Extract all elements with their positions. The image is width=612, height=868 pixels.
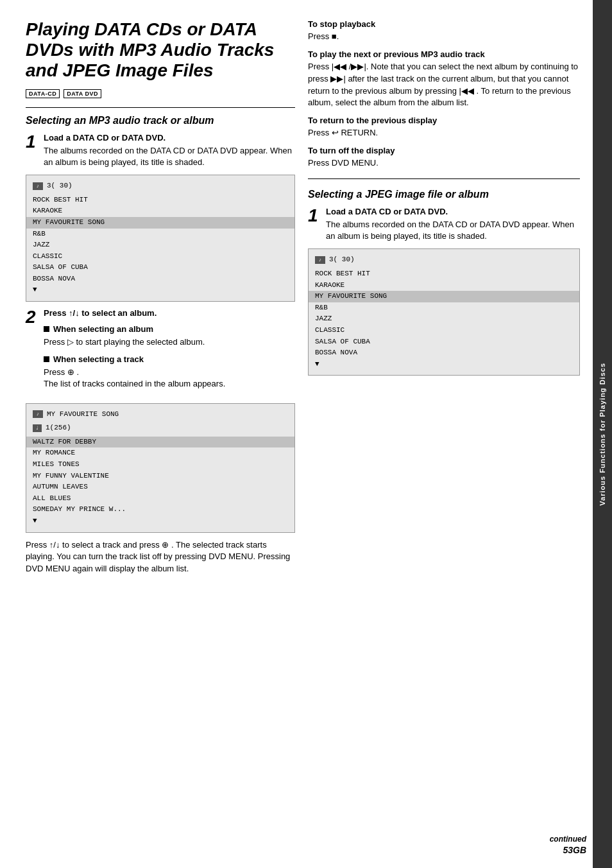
screen1-header: ♪ 3( 30) bbox=[33, 180, 288, 192]
sub-heading-track: When selecting a track bbox=[44, 354, 295, 364]
screen-right-arrow: ▼ bbox=[315, 360, 319, 368]
screen1-row4: JAZZ bbox=[33, 241, 49, 248]
continued-label: continued bbox=[550, 835, 586, 844]
step1-content: Load a DATA CD or DATA DVD. The albums r… bbox=[44, 133, 295, 168]
screen-right-row4: JAZZ bbox=[315, 315, 332, 322]
screen-right-row1: KARAOKE bbox=[315, 281, 344, 289]
screen1-arrow: ▼ bbox=[33, 286, 37, 293]
sub-heading-album-text: When selecting an album bbox=[53, 324, 153, 334]
sub-album-desc: Press ▷ to start playing the selected al… bbox=[44, 336, 295, 348]
screen1-icon: ♪ bbox=[33, 182, 43, 190]
screen-box-1: ♪ 3( 30) ROCK BEST HIT KARAOKE MY FAVOUR… bbox=[26, 175, 295, 302]
screen1-header-text: 3( 30) bbox=[47, 180, 72, 192]
step2-content: Press ↑/↓ to select an album. When selec… bbox=[44, 308, 295, 397]
screen-right-row0: ROCK BEST HIT bbox=[315, 270, 370, 277]
right-step1-desc: The albums recorded on the DATA CD or DA… bbox=[326, 219, 580, 242]
screen-right-row5: CLASSIC bbox=[315, 326, 344, 334]
page-title: Playing DATA CDs or DATA DVDs with MP3 A… bbox=[26, 19, 295, 82]
sub-track-desc1: Press ⊕ . bbox=[44, 367, 295, 378]
right-step1: 1 Load a DATA CD or DATA DVD. The albums… bbox=[308, 207, 580, 242]
page-container: Various Functions for Playing Discs Play… bbox=[0, 0, 612, 868]
step2: 2 Press ↑/↓ to select an album. When sel… bbox=[26, 308, 295, 397]
section2-heading: Selecting a JPEG image file or album bbox=[308, 188, 580, 200]
screen1-row3: R&B bbox=[33, 230, 46, 238]
screen1-row0: ROCK BEST HIT bbox=[33, 196, 88, 204]
step2-footer: Press ↑/↓ to select a track and press ⊕ … bbox=[26, 539, 295, 576]
step1-label: Load a DATA CD or DATA DVD. bbox=[44, 133, 295, 143]
screen2-row1: MY ROMANCE bbox=[33, 449, 75, 456]
turn-off-heading: To turn off the display bbox=[308, 146, 580, 155]
screen-right-row2-highlighted: MY FAVOURITE SONG bbox=[309, 291, 579, 302]
step1-number: 1 bbox=[26, 133, 37, 168]
screen-box-2: ♪ MY FAVOURITE SONG ♩ 1(256) WALTZ FOR D… bbox=[26, 403, 295, 533]
screen-right-row7: BOSSA NOVA bbox=[315, 349, 357, 356]
screen2-header: ♪ MY FAVOURITE SONG bbox=[33, 409, 288, 421]
screen1-row1: KARAOKE bbox=[33, 207, 62, 214]
next-prev-section: To play the next or previous MP3 audio t… bbox=[308, 49, 580, 109]
screen2-row3: MY FUNNY VALENTINE bbox=[33, 472, 109, 480]
screen-right-header-text: 3( 30) bbox=[329, 254, 355, 266]
divider-top bbox=[26, 107, 295, 108]
step1-desc: The albums recorded on the DATA CD or DA… bbox=[44, 145, 295, 168]
stop-playback-body: Press ■. bbox=[308, 31, 580, 43]
stop-playback-heading: To stop playback bbox=[308, 19, 580, 29]
screen2-arrow: ▼ bbox=[33, 517, 37, 525]
screen2-row5: ALL BLUES bbox=[33, 494, 71, 502]
right-divider bbox=[308, 178, 580, 179]
side-tab-text: Various Functions for Playing Discs bbox=[599, 363, 606, 506]
turn-off-section: To turn off the display Press DVD MENU. bbox=[308, 146, 580, 169]
badge-data-cd: DATA-CD bbox=[26, 89, 60, 98]
screen1-row2-highlighted: MY FAVOURITE SONG bbox=[26, 217, 294, 229]
section1-heading: Selecting an MP3 audio track or album bbox=[26, 114, 295, 126]
sub-step-track: When selecting a track Press ⊕ . The lis… bbox=[44, 354, 295, 390]
stop-playback-section: To stop playback Press ■. bbox=[308, 19, 580, 43]
sub-heading-track-text: When selecting a track bbox=[53, 354, 144, 364]
right-step1-content: Load a DATA CD or DATA DVD. The albums r… bbox=[326, 207, 580, 242]
badge-data-dvd: DATA DVD bbox=[64, 89, 101, 98]
screen-right-row6: SALSA OF CUBA bbox=[315, 338, 370, 345]
return-display-body: Press ↩ RETURN. bbox=[308, 127, 580, 139]
step1: 1 Load a DATA CD or DATA DVD. The albums… bbox=[26, 133, 295, 168]
left-column: Playing DATA CDs or DATA DVDs with MP3 A… bbox=[26, 19, 295, 855]
next-prev-heading: To play the next or previous MP3 audio t… bbox=[308, 49, 580, 59]
right-step1-number: 1 bbox=[308, 207, 319, 242]
screen2-row4: AUTUMN LEAVES bbox=[33, 483, 88, 490]
bullet-track bbox=[44, 356, 49, 362]
screen2-header2: 1(256) bbox=[46, 422, 71, 434]
screen-right-icon: ♪ bbox=[315, 256, 325, 264]
step2-label: Press ↑/↓ to select an album. bbox=[44, 308, 295, 318]
screen1-row5: CLASSIC bbox=[33, 252, 62, 260]
sub-step-album: When selecting an album Press ▷ to start… bbox=[44, 324, 295, 348]
return-display-section: To return to the previous display Press … bbox=[308, 116, 580, 139]
right-step1-label: Load a DATA CD or DATA DVD. bbox=[326, 207, 580, 216]
side-tab: Various Functions for Playing Discs bbox=[593, 0, 612, 868]
screen2-header1: MY FAVOURITE SONG bbox=[47, 409, 119, 421]
next-prev-body: Press |◀◀ /▶▶|. Note that you can select… bbox=[308, 61, 580, 109]
screen-right-row3: R&B bbox=[315, 304, 328, 311]
sub-heading-album: When selecting an album bbox=[44, 324, 295, 334]
page-number: 53GB bbox=[563, 845, 586, 855]
screen-right-header: ♪ 3( 30) bbox=[315, 254, 573, 266]
screen-box-right: ♪ 3( 30) ROCK BEST HIT KARAOKE MY FAVOUR… bbox=[308, 248, 580, 376]
bullet-album bbox=[44, 326, 49, 332]
screen1-row6: SALSA OF CUBA bbox=[33, 263, 88, 271]
screen2-row0-highlighted: WALTZ FOR DEBBY bbox=[26, 437, 294, 448]
screen2-icon2: ♩ bbox=[33, 424, 42, 432]
right-column: To stop playback Press ■. To play the ne… bbox=[308, 19, 580, 855]
screen2-row2: MILES TONES bbox=[33, 460, 80, 468]
sub-track-desc2: The list of tracks contained in the albu… bbox=[44, 378, 295, 390]
screen2-icon1: ♪ bbox=[33, 410, 43, 418]
screen2-row6: SOMEDAY MY PRINCE W... bbox=[33, 505, 126, 513]
return-display-heading: To return to the previous display bbox=[308, 116, 580, 125]
screen1-row7: BOSSA NOVA bbox=[33, 275, 75, 282]
badges-row: DATA-CD DATA DVD bbox=[26, 89, 295, 98]
turn-off-body: Press DVD MENU. bbox=[308, 157, 580, 169]
main-content: Playing DATA CDs or DATA DVDs with MP3 A… bbox=[0, 0, 593, 868]
step2-number: 2 bbox=[26, 308, 37, 397]
screen2-header2-row: ♩ 1(256) bbox=[33, 422, 288, 434]
